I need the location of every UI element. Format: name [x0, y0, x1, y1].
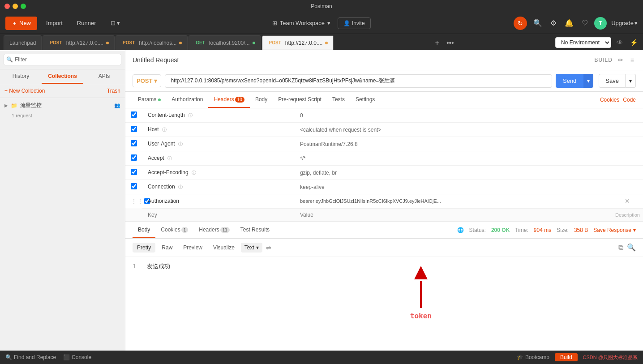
req-tab-authorization[interactable]: Authorization [166, 92, 208, 108]
env-settings-icon[interactable]: ⚡ [628, 37, 639, 48]
info-icon-3[interactable]: ⓘ [167, 156, 172, 161]
window-controls [4, 4, 26, 9]
resp-tab-cookies[interactable]: Cookies1 [155, 222, 193, 238]
upgrade-label: Upgrade [611, 20, 634, 26]
tab-post-2[interactable]: POST http://localhos... [116, 35, 188, 50]
find-icon: 🔍 [5, 354, 12, 360]
format-pretty[interactable]: Pretty [133, 243, 155, 253]
person-icon: 👤 [343, 20, 350, 26]
filter-input[interactable] [4, 54, 121, 65]
eye-icon[interactable]: 👁 [615, 37, 625, 48]
console-label: Console [72, 354, 91, 360]
tab-method-post1: POST [48, 40, 63, 46]
plus-icon: ＋ [12, 19, 17, 27]
minimize-button[interactable] [13, 4, 18, 9]
runner-button[interactable]: Runner [72, 17, 102, 29]
time-label: Time: [515, 227, 528, 233]
save-button[interactable]: Save [599, 74, 626, 88]
resp-tab-headers[interactable]: Headers11 [193, 222, 235, 238]
table-row: Connection ⓘ keep-alive [125, 180, 643, 194]
header-checkbox-3[interactable] [131, 154, 137, 161]
req-tab-tests[interactable]: Tests [327, 92, 350, 108]
build-button[interactable]: BUILD [594, 57, 612, 63]
format-visualize[interactable]: Visualize [209, 243, 239, 253]
new-key-input[interactable] [148, 212, 289, 218]
tab-post-1[interactable]: POST http://127.0.0.... [43, 35, 115, 50]
build-bottom-button[interactable]: Build [555, 353, 578, 361]
header-checkbox-0[interactable] [131, 111, 137, 118]
maximize-button[interactable] [21, 4, 26, 9]
import-button[interactable]: Import [41, 17, 68, 29]
top-nav: ＋ New Import Runner ⊡ ▾ ⊞ Team Workspace… [0, 13, 643, 34]
save-response-button[interactable]: Save Response ▾ [593, 227, 636, 233]
header-checkbox-1[interactable] [131, 126, 137, 132]
header-key-content-length: Content-Length [148, 112, 185, 118]
format-raw[interactable]: Raw [157, 243, 177, 253]
code-link[interactable]: Code [623, 97, 636, 103]
workspace-button[interactable]: ⊞ Team Workspace ▾ [269, 18, 334, 28]
new-button[interactable]: ＋ New [5, 17, 37, 30]
edit-icon[interactable]: ✏ [616, 55, 625, 65]
req-tab-headers[interactable]: Headers10 [208, 92, 249, 108]
add-tab-button[interactable]: + [433, 38, 442, 48]
req-tab-settings[interactable]: Settings [350, 92, 380, 108]
info-icon-2[interactable]: ⓘ [178, 141, 183, 146]
table-row: User-Agent ⓘ PostmanRuntime/7.26.8 [125, 137, 643, 151]
wrap-button[interactable]: ⇌ [264, 242, 273, 253]
avatar[interactable]: T [594, 17, 607, 30]
invite-button[interactable]: 👤 Invite [338, 17, 371, 29]
new-collection-button[interactable]: + New Collection [4, 88, 45, 94]
req-tab-body[interactable]: Body [250, 92, 273, 108]
upgrade-button[interactable]: Upgrade ▾ [611, 20, 638, 26]
info-icon-5[interactable]: ⓘ [178, 184, 183, 189]
url-input[interactable] [165, 74, 552, 88]
capture-button[interactable]: ⊡ ▾ [105, 17, 126, 29]
delete-auth-row-button[interactable]: ✕ [625, 197, 630, 205]
tab-post-active[interactable]: POST http://127.0.0.... [262, 35, 334, 50]
header-checkbox-4[interactable] [131, 169, 137, 175]
drag-handle-auth[interactable]: ⋮⋮ [131, 197, 143, 205]
info-icon-1[interactable]: ⓘ [162, 127, 167, 132]
resp-tab-test-results[interactable]: Test Results [235, 222, 275, 238]
collection-item-liuliang[interactable]: ▶ 📁 流量监控 👥 [0, 98, 125, 113]
description-icon[interactable]: ≡ [629, 55, 636, 65]
globe-icon[interactable]: 🌐 [457, 227, 464, 233]
console-button[interactable]: ⬛ Console [63, 354, 91, 360]
search-response-button[interactable]: 🔍 [627, 243, 636, 252]
sidebar-tab-apis[interactable]: APIs [83, 69, 125, 84]
environment-selector[interactable]: No Environment [555, 37, 611, 48]
sidebar-tab-history[interactable]: History [0, 69, 42, 84]
find-replace-button[interactable]: 🔍 Find and Replace [5, 354, 56, 360]
send-button[interactable]: Send [556, 74, 583, 88]
req-tab-params[interactable]: Params [133, 92, 166, 108]
send-dropdown-button[interactable]: ▾ [583, 74, 593, 88]
sync-button[interactable]: ↻ [514, 17, 527, 30]
info-icon-0[interactable]: ⓘ [188, 113, 193, 118]
req-tab-prerequest[interactable]: Pre-request Script [273, 92, 327, 108]
sidebar-tab-collections[interactable]: Collections [42, 69, 83, 84]
method-select[interactable]: POST ▾ [133, 74, 161, 87]
save-dropdown-button[interactable]: ▾ [626, 74, 636, 88]
info-icon-4[interactable]: ⓘ [192, 170, 196, 175]
notifications-icon[interactable]: 🔔 [563, 17, 575, 29]
bootcamp-button[interactable]: 🎓 Bootcamp [517, 354, 549, 360]
cookies-link[interactable]: Cookies [600, 97, 619, 103]
close-button[interactable] [4, 4, 10, 9]
format-type-dropdown[interactable]: Text ▾ [241, 243, 262, 253]
header-checkbox-5[interactable] [131, 183, 137, 189]
tab-launchpad[interactable]: Launchpad [4, 35, 42, 50]
tab-get-1[interactable]: GET localhost:9200/... [189, 35, 261, 50]
table-row: Accept ⓘ */* [125, 151, 643, 166]
resp-headers-badge: 11 [220, 227, 230, 233]
heart-icon[interactable]: ♡ [580, 17, 590, 29]
format-preview[interactable]: Preview [179, 243, 207, 253]
settings-icon[interactable]: ⚙ [549, 17, 558, 29]
trash-button[interactable]: Trash [107, 88, 120, 94]
copy-response-button[interactable]: ⧉ [618, 244, 623, 252]
search-api-icon[interactable]: 🔍 [532, 17, 544, 29]
more-tabs-button[interactable]: ••• [444, 38, 457, 48]
header-checkbox-2[interactable] [131, 140, 137, 146]
collection-subtext: 1 request [0, 113, 125, 118]
new-value-input[interactable] [300, 212, 607, 218]
resp-tab-body[interactable]: Body [133, 222, 155, 238]
